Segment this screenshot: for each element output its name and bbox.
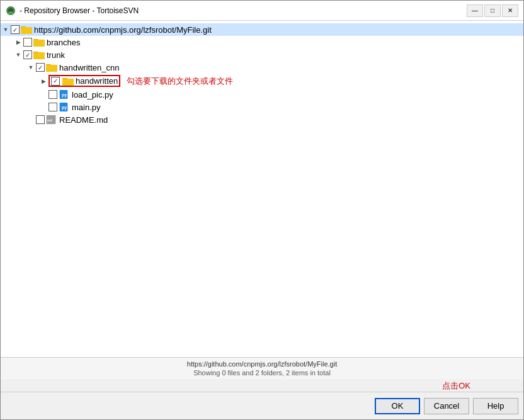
status-url: https://github.com/cnpmjs.org/lzfsrobot/…	[6, 360, 518, 368]
ok-button[interactable]: OK	[375, 398, 420, 414]
readme-file-icon: md	[46, 115, 57, 124]
load-pic-expander	[38, 89, 48, 99]
tree-root[interactable]: ▼ https://github.com/cnpmjs.org/lzfsrobo…	[1, 23, 523, 36]
title-bar: - Repository Browser - TortoiseSVN — □ ✕	[1, 1, 523, 21]
trunk-checkbox[interactable]	[23, 50, 32, 59]
handwritten-cnn-label: handwritten_cnn	[59, 63, 119, 72]
status-info: Showing 0 files and 2 folders, 2 items i…	[6, 369, 518, 377]
svg-rect-11	[33, 52, 45, 59]
tortoise-icon	[6, 6, 16, 16]
content-area: ▼ https://github.com/cnpmjs.org/lzfsrobo…	[1, 21, 523, 379]
bottom-bar: OK Cancel Help	[1, 392, 523, 419]
trunk-folder-icon	[33, 50, 45, 59]
handwritten-folder-icon	[62, 77, 74, 86]
handwritten-cnn-expander[interactable]: ▼	[26, 62, 36, 72]
readme-item[interactable]: md README.md	[26, 113, 523, 126]
svg-rect-5	[21, 27, 32, 33]
root-folder-icon	[21, 25, 32, 34]
branches-label: branches	[47, 38, 80, 47]
load-pic-checkbox[interactable]	[48, 90, 57, 99]
svg-text:md: md	[47, 118, 52, 122]
load-pic-label: load_pic.py	[72, 90, 113, 99]
cancel-button[interactable]: Cancel	[424, 398, 469, 414]
trunk-expander[interactable]: ▼	[13, 50, 23, 60]
title-controls: — □ ✕	[467, 4, 518, 17]
handwritten-checkbox[interactable]	[51, 77, 60, 86]
main-py-label: main.py	[72, 103, 101, 112]
svg-text:py: py	[62, 105, 67, 110]
svg-text:py: py	[62, 93, 67, 98]
trunk-label: trunk	[47, 50, 65, 60]
handwritten-cnn-item[interactable]: ▼ handwritten_cnn	[26, 61, 523, 74]
annotation-text: 勾选要下载的文件夹或者文件	[127, 76, 233, 87]
svg-point-2	[8, 11, 14, 15]
readme-label: README.md	[59, 115, 108, 125]
root-label: https://github.com/cnpmjs.org/lzfsrobot/…	[34, 25, 212, 35]
main-window: - Repository Browser - TortoiseSVN — □ ✕…	[0, 0, 524, 420]
main-py-checkbox[interactable]	[48, 103, 57, 111]
main-py-file-icon: py	[59, 103, 70, 111]
bottom-section: 点击OK OK Cancel Help	[1, 379, 523, 419]
svg-rect-8	[33, 40, 45, 46]
window-title: - Repository Browser - TortoiseSVN	[20, 6, 139, 15]
trunk-item[interactable]: ▼ trunk	[13, 48, 523, 61]
handwritten-label: handwritten	[76, 76, 118, 86]
main-py-item[interactable]: py main.py	[38, 101, 523, 113]
maximize-button[interactable]: □	[484, 4, 501, 17]
load-pic-file-icon: py	[59, 90, 70, 99]
main-py-expander	[38, 102, 48, 112]
title-bar-left: - Repository Browser - TortoiseSVN	[6, 6, 139, 16]
close-button[interactable]: ✕	[502, 4, 518, 17]
handwritten-item[interactable]: ▶ handwritten 勾选要下载的文件夹或者文件	[38, 74, 523, 88]
handwritten-cnn-folder-icon	[46, 63, 57, 72]
root-checkbox[interactable]	[11, 25, 20, 34]
load-pic-item[interactable]: py load_pic.py	[38, 88, 523, 101]
handwritten-cnn-checkbox[interactable]	[36, 63, 45, 72]
branches-expander[interactable]: ▶	[13, 37, 23, 47]
svg-rect-17	[62, 79, 74, 85]
readme-checkbox[interactable]	[36, 115, 45, 124]
svg-rect-14	[46, 65, 57, 71]
branches-item[interactable]: ▶ branches	[13, 36, 523, 48]
tree-area[interactable]: ▼ https://github.com/cnpmjs.org/lzfsrobo…	[1, 21, 523, 357]
root-expander[interactable]: ▼	[1, 25, 11, 35]
branches-folder-icon	[33, 38, 45, 47]
minimize-button[interactable]: —	[467, 4, 483, 17]
help-button[interactable]: Help	[473, 398, 518, 414]
branches-checkbox[interactable]	[23, 38, 32, 47]
ok-hint: 点击OK	[442, 381, 470, 390]
handwritten-expander[interactable]: ▶	[38, 76, 48, 86]
readme-expander	[26, 115, 36, 125]
status-bar: https://github.com/cnpmjs.org/lzfsrobot/…	[1, 357, 523, 379]
